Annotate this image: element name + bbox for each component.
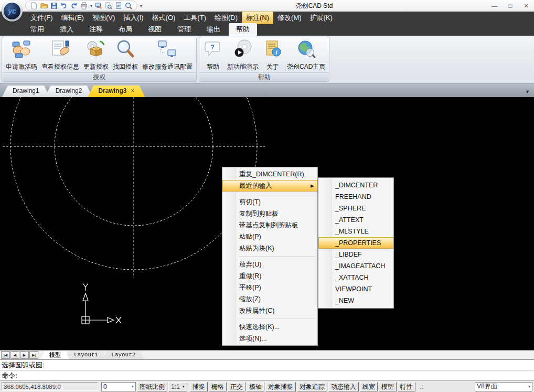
apply-activation-button[interactable]: 申请激活码 (4, 38, 39, 72)
menu-item[interactable]: 格式(O) (148, 12, 180, 24)
submenu-item[interactable]: _SPHERE (318, 203, 393, 214)
status-toggle-button[interactable]: 捕捉 (190, 382, 208, 391)
submenu-item[interactable]: _NEW (318, 295, 393, 306)
layout-tab[interactable]: Layout1 (66, 351, 106, 359)
menu-item[interactable]: 工具(T) (179, 12, 210, 24)
status-toggle-button[interactable]: 极轴 (247, 382, 264, 391)
context-menu-item[interactable]: 剪切(T) (222, 196, 317, 208)
submenu-item[interactable]: _XATTACH (318, 272, 393, 283)
paper-scale-button[interactable]: 图纸比例 (137, 382, 167, 391)
drawing-tab[interactable]: Drawing2 (45, 86, 93, 97)
update-license-button[interactable]: 更新授权 (81, 38, 111, 72)
ui-mode-dropdown[interactable]: V8界面 ▾ (475, 382, 532, 391)
context-menu-item[interactable]: 粘贴为块(K) (222, 242, 317, 254)
context-menu-item[interactable]: 快速选择(K)... (222, 321, 317, 333)
context-menu-item[interactable]: 最近的输入▶ (222, 180, 317, 192)
submenu-item[interactable]: _ATTEXT (318, 214, 393, 226)
context-menu-item[interactable]: 改段属性(C) (222, 305, 317, 316)
undo-icon[interactable] (60, 2, 68, 9)
new-file-icon[interactable] (30, 2, 38, 9)
update-box-icon (86, 39, 106, 59)
submenu-item[interactable]: _DIMCENTER (318, 179, 393, 191)
status-toggle-button[interactable]: 模型 (379, 382, 397, 391)
submenu-item[interactable]: _PROPERTIES (318, 237, 393, 249)
app-logo[interactable]: yc (2, 1, 23, 22)
submenu-item[interactable]: _LIBDEF (318, 249, 393, 260)
tab-nav-button[interactable]: ◀ (10, 351, 19, 359)
context-menu-item[interactable]: 选项(N)... (222, 333, 317, 344)
print-dropdown-icon[interactable]: ▾ (90, 4, 92, 8)
redline-icon[interactable] (95, 2, 102, 9)
menu-item[interactable]: 扩展(K) (306, 12, 337, 24)
tab-nav-button[interactable]: |◀ (1, 351, 10, 359)
layout-tab[interactable]: Layout2 (103, 351, 144, 359)
toolbar-more-icon[interactable]: ▾ (140, 4, 142, 8)
view-license-button[interactable]: 查看授权信息 (39, 38, 81, 72)
menu-item[interactable]: 标注(N) (242, 12, 273, 24)
open-file-icon[interactable] (40, 2, 48, 9)
print-icon[interactable] (80, 2, 88, 9)
ribbon-tab[interactable]: 输出 (199, 23, 228, 36)
help-button[interactable]: ? 帮助 (201, 38, 225, 72)
status-toggle-button[interactable]: 正交 (228, 382, 245, 391)
about-button[interactable]: i 关于 (261, 38, 285, 72)
status-toggle-button[interactable]: 特性 (398, 382, 415, 391)
command-prompt-line[interactable]: 命令: (0, 370, 534, 381)
context-menu-item[interactable]: 重做(R) (222, 270, 317, 282)
submenu-item[interactable]: FREEHAND (318, 191, 393, 203)
submenu-item[interactable]: VIEWPOINT (318, 283, 393, 295)
status-toggle-button[interactable]: 对象捕捉 (265, 382, 296, 391)
context-menu-item[interactable]: 带基点复制到剪贴板 (222, 219, 317, 231)
tab-nav-button[interactable]: ▶| (29, 351, 38, 359)
ribbon-group-label: 授权 (2, 72, 196, 81)
ribbon-tab[interactable]: 视图 (141, 23, 169, 36)
tab-nav-button[interactable]: ▶ (20, 351, 29, 359)
menu-item[interactable]: 绘图(D) (210, 12, 242, 24)
demo-button[interactable]: 新功能演示 (225, 38, 261, 72)
menu-item[interactable]: 修改(M) (273, 12, 306, 24)
context-menu-item[interactable]: 放弃(U) (222, 259, 317, 270)
drawing-tab[interactable]: Drawing3× (88, 86, 145, 97)
submenu-item[interactable]: _MLSTYLE (318, 226, 393, 237)
status-toggle-button[interactable]: 栅格 (209, 382, 227, 391)
recover-license-button[interactable]: 找回授权 (111, 38, 140, 72)
context-menu-item[interactable]: 粘贴(P) (222, 231, 317, 242)
ribbon-tab[interactable]: 常用 (23, 23, 51, 36)
command-line-panel[interactable]: 选择圆弧或圆: 命令: (0, 359, 534, 380)
ribbon-tab[interactable]: 帮助 (229, 23, 257, 36)
layer-dropdown[interactable]: 0 ▾ (101, 382, 136, 391)
context-menu-item[interactable]: 缩放(Z) (222, 293, 317, 305)
layout-tab[interactable]: 模型 (41, 351, 69, 359)
context-menu-item[interactable]: 复制到剪贴板 (222, 208, 317, 219)
redo-icon[interactable] (70, 2, 78, 9)
ribbon-tab[interactable]: 注释 (82, 23, 110, 36)
menu-item[interactable]: 编辑(E) (57, 12, 88, 24)
status-toggle-button[interactable]: 对象追踪 (297, 382, 327, 391)
status-toggle-button[interactable]: 线宽 (360, 382, 378, 391)
menu-item[interactable]: 插入(I) (119, 12, 147, 24)
minimize-button[interactable]: — (487, 1, 503, 12)
ribbon-tab[interactable]: 插入 (52, 23, 81, 36)
status-toggle-button[interactable]: 动态输入 (328, 382, 359, 391)
context-menu-item[interactable]: 重复_DIMCENTER(R) (222, 168, 317, 180)
publish-icon[interactable] (115, 2, 122, 9)
ribbon-tab[interactable]: 布局 (111, 23, 140, 36)
preview-icon[interactable] (105, 2, 112, 9)
maximize-button[interactable]: □ (503, 1, 518, 12)
save-icon[interactable] (50, 2, 58, 9)
tab-overflow-icon[interactable]: ▼ (525, 89, 530, 94)
zoom-icon[interactable] (125, 2, 132, 9)
context-menu-item[interactable]: 平移(P) (222, 282, 317, 293)
ribbon-tab[interactable]: 管理 (170, 23, 198, 36)
homepage-globe-icon (296, 39, 316, 59)
tab-close-icon[interactable]: × (131, 87, 134, 94)
drawing-tab[interactable]: Drawing1 (2, 86, 50, 97)
submenu-item[interactable]: _IMAGEATTACH (318, 260, 393, 272)
close-button[interactable]: × (518, 1, 534, 12)
coordinates-readout[interactable]: 368.0605,418.8089,0 (2, 382, 98, 391)
menu-item[interactable]: 文件(F) (26, 12, 57, 24)
service-config-button[interactable]: 修改服务通讯配置 (140, 38, 195, 72)
menu-item[interactable]: 视图(V) (88, 12, 119, 24)
scale-dropdown[interactable]: 1:1 ▾ (168, 382, 187, 391)
homepage-button[interactable]: 尧创CAD主页 (285, 38, 327, 72)
